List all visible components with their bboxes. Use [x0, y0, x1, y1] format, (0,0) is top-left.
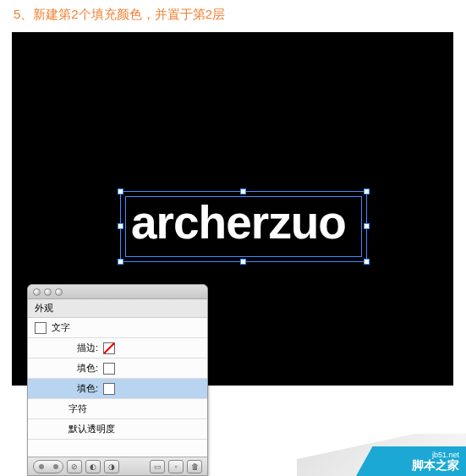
row-label: 填色: — [77, 382, 98, 395]
row-stroke[interactable]: 描边: — [28, 338, 207, 358]
window-dot[interactable] — [44, 288, 52, 296]
new-item-button[interactable]: ▫ — [168, 460, 184, 473]
window-dot[interactable] — [55, 288, 63, 296]
panel-footer: ⊘ ◐ ◑ ▭ ▫ 🗑 — [28, 457, 207, 475]
handle-tr[interactable] — [364, 189, 370, 194]
row-label: 描边: — [77, 342, 98, 354]
watermark-name: 脚本之家 — [412, 458, 459, 473]
handle-tm[interactable] — [240, 189, 246, 194]
stroke-swatch[interactable] — [103, 342, 115, 354]
handle-bl[interactable] — [118, 259, 123, 265]
panel-tab[interactable]: 外观 — [28, 299, 207, 318]
footer-btn-1[interactable]: ⊘ — [67, 460, 82, 473]
row-text[interactable]: 文字 — [28, 318, 207, 338]
panel-titlebar[interactable] — [28, 285, 207, 299]
row-label: 文字 — [52, 321, 70, 334]
fill-swatch[interactable] — [103, 383, 115, 395]
selection-inner — [125, 196, 362, 257]
handle-tl[interactable] — [118, 189, 123, 194]
fx-toggle[interactable] — [33, 460, 63, 473]
watermark: jb51.net 脚本之家 — [297, 417, 466, 476]
fill-swatch[interactable] — [103, 363, 115, 375]
step-caption: 5、新建第2个填充颜色，并置于第2层 — [0, 0, 466, 30]
new-fill-button[interactable]: ▭ — [150, 460, 165, 473]
handle-mr[interactable] — [364, 223, 370, 229]
handle-br[interactable] — [364, 259, 370, 265]
appearance-panel: 外观 文字 描边: 填色: 填色: 字符 默认透明度 ⊘ ◐ ◑ ▭ ▫ 🗑 — [27, 284, 208, 476]
handle-ml[interactable] — [118, 223, 123, 229]
footer-btn-3[interactable]: ◑ — [104, 460, 119, 473]
row-fill[interactable]: 填色: — [28, 358, 207, 379]
row-label: 字符 — [69, 402, 87, 415]
row-char[interactable]: 字符 — [28, 399, 207, 419]
footer-btn-2[interactable]: ◐ — [85, 460, 101, 473]
row-label: 填色: — [77, 362, 98, 375]
row-fill-selected[interactable]: 填色: — [28, 379, 207, 399]
row-label: 默认透明度 — [69, 423, 115, 435]
delete-button[interactable]: 🗑 — [187, 460, 202, 473]
handle-bm[interactable] — [240, 259, 246, 265]
row-opacity[interactable]: 默认透明度 — [28, 419, 207, 440]
text-swatch — [35, 322, 47, 334]
window-dot[interactable] — [33, 288, 41, 296]
